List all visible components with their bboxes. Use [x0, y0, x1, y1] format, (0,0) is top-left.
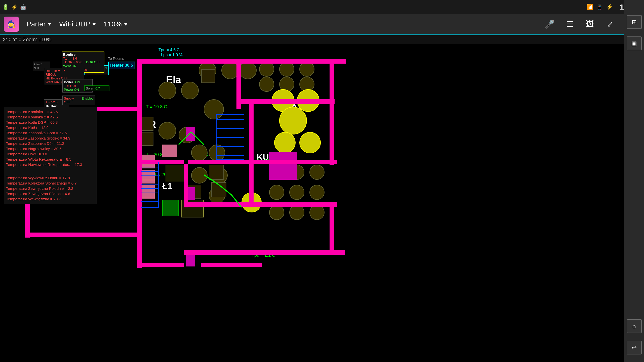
back-icon-button[interactable]: ↩ [627, 341, 642, 354]
pink-rect-4 [162, 145, 177, 157]
monitor-icon-button[interactable]: ▣ [627, 36, 642, 50]
info-line: Temperatura Zasobnika Dół = 21.2 [6, 141, 95, 146]
info-line [6, 168, 95, 175]
lpn-label: Lpn = 1.0 % [161, 53, 183, 57]
circle-yellow-3 [279, 107, 307, 134]
right-sidebar: ⊞ ▣ ⌂ ↩ [624, 0, 644, 362]
rect-1 [201, 69, 215, 83]
magenta-rect-1 [269, 152, 297, 180]
fullscreen-button[interactable]: ⤢ [604, 18, 616, 30]
parter-dropdown[interactable]: Parter [23, 18, 55, 30]
usb-icon: ⚡ [11, 4, 18, 10]
info-line: Temperatura Zewnętrzna Północ = 4.6 [6, 191, 95, 196]
circle-wi-1 [191, 167, 208, 184]
svg-rect-16 [330, 202, 334, 255]
mic-button[interactable]: 🎤 [543, 18, 556, 30]
l1-room-label: Ł1 [162, 181, 172, 191]
pink-rect-3 [142, 185, 155, 199]
solar-label: Solar [86, 86, 93, 90]
list-button[interactable]: ☰ [564, 18, 576, 30]
magenta-rect-3 [186, 187, 195, 201]
wifi-icon: 📶 [586, 4, 593, 10]
zoom-label: 110% [104, 20, 122, 28]
circle-ku-8 [289, 205, 304, 220]
top-bar-icons: 🎤 ☰ 🖼 ⤢ [543, 18, 624, 30]
image-button[interactable]: 🖼 [584, 18, 596, 30]
pink-rect-2 [142, 170, 155, 184]
wifi-dropdown[interactable]: WiFi UDP [55, 18, 100, 30]
circle-sa-3 [299, 62, 314, 77]
svg-rect-0 [137, 59, 346, 64]
info-line: Temperatura Kotła = 12.9 [6, 125, 95, 130]
android-icon: 🤖 [20, 4, 26, 10]
coordinates-display: X: 0 Y: 0 Zoom: 110% [3, 37, 51, 42]
rect-2 [140, 117, 153, 131]
circle-yellow-4 [274, 132, 296, 153]
parter-arrow-icon [48, 23, 52, 26]
circle-2 [221, 62, 239, 79]
rect-4 [209, 165, 224, 180]
heater-label: Heater 30.5 [110, 63, 133, 68]
circle-yellow-2 [297, 89, 319, 112]
circle-pr-1 [158, 122, 176, 140]
info-panel: Temperatura Kominka 1 = 48.6Temperatura … [4, 107, 97, 204]
tpd-label: Tpd = 2.2 C [252, 253, 275, 258]
tpn-label: Tpn = 4.6 C [158, 48, 180, 52]
wifi-arrow-icon [92, 23, 96, 26]
supply-status: Enabled [82, 97, 94, 104]
svg-rect-49 [184, 160, 188, 164]
info-line: Temperatura Nawiewu z Rekuperatora = 17.… [6, 162, 95, 167]
info-line: Temperatura Zasobnika Środek = 34.9 [6, 135, 95, 141]
info-line: Temperatura Kominka 1 = 48.6 [6, 109, 95, 114]
svg-rect-18 [201, 263, 262, 267]
info-line: Temperatura Wlotu Rekuperatora = 8.5 [6, 157, 95, 162]
t198-label: T = 19.8 C [146, 104, 167, 110]
svg-line-47 [231, 195, 242, 207]
circle-4 [158, 82, 176, 99]
gwc-title: GWC [34, 63, 49, 66]
info-line: Temperatura Kominka 2 = 47.6 [6, 114, 95, 120]
zoom-arrow-icon [124, 23, 128, 26]
wifi-label: WiFi UDP [59, 20, 90, 28]
circle-sa-1 [259, 62, 274, 77]
table-2 [181, 200, 204, 217]
bonfire-went: Went ON [63, 64, 103, 68]
pink-rect-1 [142, 155, 155, 168]
magenta-rect-4 [186, 253, 195, 266]
magenta-rect-2 [186, 127, 195, 141]
circle-ku-3 [309, 165, 325, 180]
circle-ku-9 [309, 205, 325, 220]
svg-rect-6 [249, 99, 254, 162]
green-rect-1 [162, 200, 179, 216]
grid-icon-button[interactable]: ⊞ [627, 15, 642, 29]
boiler-on: ON [75, 80, 80, 84]
table-1 [165, 165, 187, 182]
circle-pr-4 [209, 145, 225, 161]
to-rooms-label: To Rooms [108, 57, 124, 61]
requ-label: REQU: [46, 73, 83, 76]
circle-ku-7 [269, 205, 284, 220]
circle-ku-6 [309, 185, 325, 200]
zoom-dropdown[interactable]: 110% [100, 18, 132, 30]
parter-label: Parter [26, 20, 46, 28]
bonfire-tdgp: TDGP = 60.8 [63, 60, 82, 64]
info-line: Temperatura Kotła DGP = 60.8 [6, 120, 95, 125]
supply-panel: Supply OFF Enabled [62, 96, 95, 105]
info-line: Temperatura Zewnętrzna Południe = 2.2 [6, 186, 95, 191]
circle-ku-5 [289, 185, 304, 200]
main-canvas[interactable]: Tpn = 4.6 C Lpn = 1.0 % Ela PR SA KU+JA … [0, 44, 624, 362]
svg-rect-50 [158, 233, 163, 237]
circle-3 [239, 62, 257, 79]
svg-rect-4 [330, 59, 334, 99]
rect-5 [211, 182, 226, 197]
svg-rect-21 [25, 233, 141, 237]
home-icon-button[interactable]: ⌂ [627, 319, 642, 333]
info-line: Temperatura GWC = 9.0 [6, 151, 95, 157]
bonfire-dgp: DGP OFF [86, 60, 101, 64]
top-bar: 🧙 Parter WiFi UDP 110% 🎤 ☰ 🖼 ⤢ [0, 14, 624, 35]
info-line: Temperatura Wewnętrzna = 20.7 [6, 196, 95, 202]
app-logo: 🧙 [3, 15, 20, 33]
circle-yellow-5 [299, 132, 321, 153]
svg-rect-10 [137, 160, 142, 268]
svg-rect-8 [330, 94, 334, 165]
